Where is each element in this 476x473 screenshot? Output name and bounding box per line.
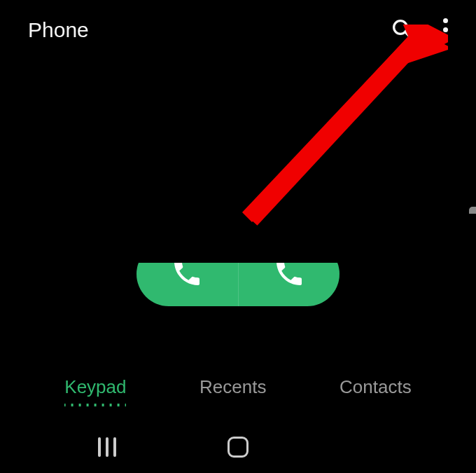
tab-recents[interactable]: Recents: [200, 376, 266, 406]
more-options-button[interactable]: [435, 15, 455, 44]
tab-keypad[interactable]: Keypad: [64, 376, 126, 406]
header-actions: [391, 15, 455, 44]
recents-icon: [98, 437, 116, 457]
tab-contacts[interactable]: Contacts: [340, 376, 412, 406]
torn-edge-overlay: [0, 214, 476, 263]
app-header: Phone: [0, 0, 476, 60]
svg-line-1: [405, 32, 410, 37]
search-button[interactable]: [391, 18, 413, 43]
nav-recents-button[interactable]: [86, 433, 128, 461]
more-vertical-icon: [443, 18, 448, 41]
system-nav-bar: [0, 420, 476, 473]
app-title: Phone: [28, 18, 89, 42]
nav-home-button[interactable]: [217, 433, 259, 461]
svg-line-5: [251, 40, 417, 219]
search-icon: [391, 30, 413, 42]
home-icon: [227, 437, 248, 458]
bottom-tabs: Keypad Recents Contacts: [0, 376, 476, 406]
nav-back-button[interactable]: [348, 433, 390, 461]
